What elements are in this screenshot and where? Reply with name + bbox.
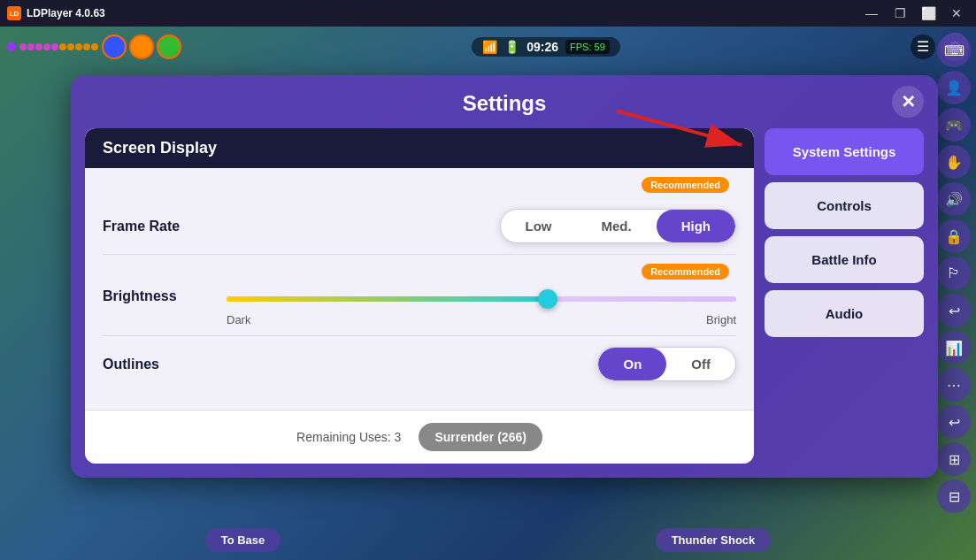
hp-bar [7,42,16,51]
brightness-section: Brightness Recommended [103,255,736,336]
sidebar-btn-5[interactable]: 🔊 [937,182,971,216]
outlines-off-button[interactable]: Off [666,348,735,380]
slider-thumb[interactable] [538,289,557,309]
outlines-control: On Off [227,347,736,381]
hp-dot-4 [43,43,50,50]
settings-close-button[interactable]: ✕ [892,86,924,118]
settings-header: Settings ✕ [71,75,938,128]
brightness-slider-container[interactable] [227,288,736,310]
frame-rate-recommended-badge: Recommended [642,177,729,193]
game-topbar-left [7,35,181,59]
sidebar-btn-12[interactable]: ⊞ [937,442,971,476]
titlebar: LD LDPlayer 4.0.63 — ❐ ⬜ ✕ [0,0,976,27]
hp-dots [19,43,98,50]
right-sidebar: ⌨ 👤 🎮 ✋ 🔊 🔒 🏳 ↩ 📊 ⋯ ↩ ⊞ ⊟ [932,27,976,520]
titlebar-left: LD LDPlayer 4.0.63 [7,6,105,20]
surrender-button[interactable]: Surrender (266) [419,423,542,451]
sidebar-btn-11[interactable]: ↩ [937,405,971,439]
hp-dot-8 [75,43,82,50]
outlines-row: Outlines On Off [103,336,736,392]
maximize-button[interactable]: ⬜ [916,4,941,22]
brightness-row: Brightness Recommended [103,264,736,326]
brightness-label: Brightness [103,264,227,304]
hp-dot-main [7,42,16,51]
screen-display-header: Screen Display [85,128,754,168]
nav-controls[interactable]: Controls [765,182,924,229]
outlines-label: Outlines [103,357,227,372]
slider-labels: Dark Bright [227,313,736,326]
restore-button[interactable]: ❐ [888,4,912,22]
frame-rate-med-button[interactable]: Med. [577,210,657,242]
sidebar-btn-13[interactable]: ⊟ [937,479,971,513]
hp-dot-3 [35,43,42,50]
sidebar-btn-3[interactable]: 🎮 [937,108,971,142]
app-title: LDPlayer 4.0.63 [27,7,105,19]
titlebar-controls: — ❐ ⬜ ✕ [859,4,969,22]
brightness-recommended-badge: Recommended [642,264,729,280]
settings-body: Screen Display Recommended Frame Rate Lo… [71,128,938,478]
sidebar-btn-6[interactable]: 🔒 [937,219,971,253]
outlines-group: On Off [597,347,736,381]
settings-left-panel: Screen Display Recommended Frame Rate Lo… [85,128,754,464]
slider-track [227,296,736,302]
settings-bottom: Remaining Uses: 3 Surrender (266) [85,410,754,464]
hp-dot-9 [83,43,90,50]
outlines-on-button[interactable]: On [598,348,666,380]
recommended-row: Recommended [103,177,736,196]
slider-bright-label: Bright [706,313,736,326]
hp-dot-1 [19,43,27,50]
sidebar-btn-2[interactable]: 👤 [937,71,971,104]
slider-fill [227,296,557,302]
frame-rate-control: Low Med. High [227,209,736,243]
settings-right-panel: System Settings Controls Battle Info Aud… [765,128,924,464]
frame-rate-low-button[interactable]: Low [501,210,577,242]
sidebar-btn-8[interactable]: ↩ [937,294,971,327]
minimize-button[interactable]: — [859,4,884,22]
frame-rate-label: Frame Rate [103,219,227,234]
nav-audio[interactable]: Audio [765,290,924,337]
char-icon-2 [129,35,154,59]
hp-dot-5 [51,43,58,50]
char-icons [102,35,181,59]
char-icon-1 [102,35,127,59]
frame-rate-high-button[interactable]: High [657,210,735,242]
sidebar-btn-10[interactable]: ⋯ [937,368,971,402]
sidebar-btn-4[interactable]: ✋ [937,145,971,179]
hp-dot-7 [67,43,74,50]
battery-icon: 🔋 [504,40,519,54]
sidebar-btn-9[interactable]: 📊 [937,331,971,364]
settings-content: Recommended Frame Rate Low Med. High [85,168,754,410]
brightness-recommended-row: Recommended [227,264,736,283]
char-icon-3 [157,35,181,59]
game-topbar-center: 📶 🔋 09:26 FPS: 59 [472,37,620,57]
nav-battle-info[interactable]: Battle Info [765,236,924,283]
fps-badge: FPS: 59 [565,40,610,54]
sidebar-btn-1[interactable]: ⌨ [937,34,971,67]
game-bottom: To Base Thunder Shock [0,520,976,560]
brightness-slider-row: Dark Bright [227,288,736,326]
nav-system-settings[interactable]: System Settings [765,128,924,175]
frame-rate-group: Low Med. High [500,209,737,243]
hp-dot-6 [59,43,66,50]
thunder-shock-button[interactable]: Thunder Shock [656,528,772,552]
game-time: 09:26 [526,40,558,54]
frame-rate-row: Frame Rate Low Med. High [103,198,736,255]
remaining-uses-text: Remaining Uses: 3 [296,430,401,444]
logo-text: LD [10,10,19,18]
settings-title: Settings [463,91,547,116]
close-button[interactable]: ✕ [944,4,969,22]
slider-dark-label: Dark [227,313,250,326]
brightness-control: Recommended Dark [227,264,736,326]
wifi-icon: 📶 [482,40,497,54]
to-base-button[interactable]: To Base [205,528,281,552]
app-logo: LD [7,6,21,20]
hp-dot-10 [91,43,98,50]
game-topbar: 📶 🔋 09:26 FPS: 59 ☰ ⚙ [0,27,976,66]
hp-dot-2 [27,43,35,50]
sidebar-btn-7[interactable]: 🏳 [937,257,971,290]
settings-modal: Settings ✕ Screen Display Recommended Fr… [71,75,938,478]
